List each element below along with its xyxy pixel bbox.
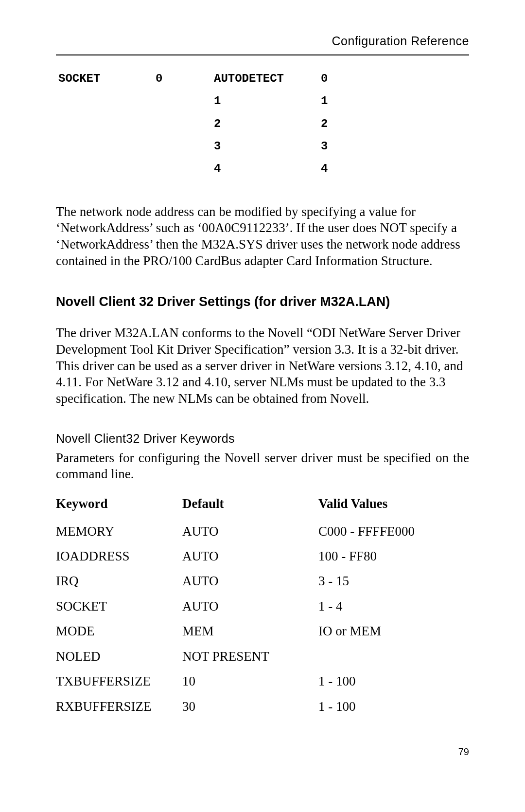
header-valid-values: Valid Values (318, 495, 469, 512)
cell (156, 161, 214, 177)
paragraph-network-address: The network node address can be modified… (56, 204, 469, 270)
cell: MEM (182, 622, 318, 640)
cell (58, 116, 156, 132)
table-row: IRQAUTO3 - 15 (56, 572, 469, 590)
subheading-driver-keywords: Novell Client32 Driver Keywords (56, 431, 469, 447)
cell: AUTO (182, 547, 318, 565)
cell (58, 161, 156, 177)
cell: 3 - 15 (318, 572, 469, 590)
cell: 30 (182, 698, 318, 715)
cell: 1 (214, 93, 321, 109)
cell: AUTODETECT (214, 71, 321, 87)
cell: 10 (182, 672, 318, 690)
cell: C000 - FFFFE000 (318, 523, 469, 540)
cell: AUTO (182, 597, 318, 615)
cell (156, 93, 214, 109)
socket-label: SOCKET (58, 71, 156, 87)
table-row: NOLEDNOT PRESENT (56, 648, 469, 665)
cell: TXBUFFERSIZE (56, 672, 182, 690)
cell: 4 (321, 161, 360, 177)
cell: 2 (321, 116, 360, 132)
cell: 1 - 100 (318, 698, 469, 715)
table-row: SOCKETAUTO1 - 4 (56, 597, 469, 615)
header-keyword: Keyword (56, 495, 182, 512)
cell: 0 (321, 71, 360, 87)
cell: NOLED (56, 648, 182, 665)
cell: 2 (214, 116, 321, 132)
keyword-table-header: Keyword Default Valid Values (56, 495, 469, 512)
cell: 0 (156, 71, 214, 87)
cell: NOT PRESENT (182, 648, 318, 665)
cell (156, 139, 214, 154)
socket-table: SOCKET 0 AUTODETECT 0 1 1 2 2 3 3 4 4 (58, 71, 469, 177)
table-row: IOADDRESSAUTO100 - FF80 (56, 547, 469, 565)
cell: 1 (321, 93, 360, 109)
page-number: 79 (56, 745, 469, 758)
cell: MODE (56, 622, 182, 640)
cell: IRQ (56, 572, 182, 590)
cell: MEMORY (56, 523, 182, 540)
table-row: TXBUFFERSIZE101 - 100 (56, 672, 469, 690)
paragraph-parameters: Parameters for configuring the Novell se… (56, 450, 469, 483)
cell: 100 - FF80 (318, 547, 469, 565)
table-row: RXBUFFERSIZE301 - 100 (56, 698, 469, 715)
cell: IOADDRESS (56, 547, 182, 565)
cell: AUTO (182, 572, 318, 590)
cell: IO or MEM (318, 622, 469, 640)
cell: AUTO (182, 523, 318, 540)
cell: RXBUFFERSIZE (56, 698, 182, 715)
cell (318, 648, 469, 665)
cell: 3 (321, 139, 360, 154)
header-default: Default (182, 495, 318, 512)
paragraph-driver-description: The driver M32A.LAN conforms to the Nove… (56, 325, 469, 407)
cell: 3 (214, 139, 321, 154)
keyword-table-body: MEMORYAUTOC000 - FFFFE000IOADDRESSAUTO10… (56, 523, 469, 716)
cell: 4 (214, 161, 321, 177)
table-row: MEMORYAUTOC000 - FFFFE000 (56, 523, 469, 540)
table-row: MODEMEMIO or MEM (56, 622, 469, 640)
cell: 1 - 100 (318, 672, 469, 690)
cell: 1 - 4 (318, 597, 469, 615)
cell (156, 116, 214, 132)
cell (58, 93, 156, 109)
cell (58, 139, 156, 154)
cell: SOCKET (56, 597, 182, 615)
running-header: Configuration Reference (56, 33, 469, 55)
heading-novell-client32: Novell Client 32 Driver Settings (for dr… (56, 293, 469, 310)
